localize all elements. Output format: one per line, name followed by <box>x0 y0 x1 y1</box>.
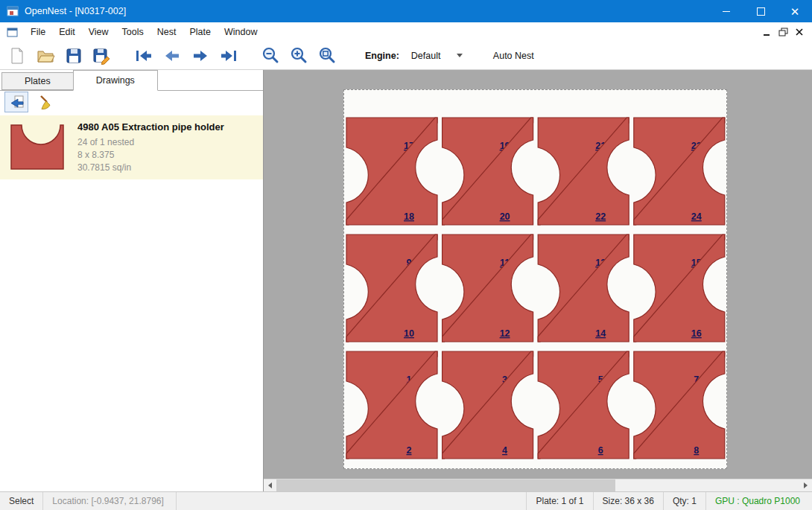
mdi-restore-button[interactable] <box>775 25 791 39</box>
maximize-icon <box>757 7 765 16</box>
engine-value: Default <box>411 51 441 61</box>
zoom-fit-icon <box>318 46 337 65</box>
nav-first-button[interactable] <box>133 45 155 67</box>
zoom-in-icon <box>290 46 308 65</box>
engine-select[interactable]: Default <box>407 48 474 64</box>
close-icon: ✕ <box>790 6 800 17</box>
pair-group: 2122 <box>538 118 629 225</box>
nav-last-button[interactable] <box>218 45 240 67</box>
part-number-label: 2 <box>407 445 412 456</box>
auto-nest-button[interactable]: Auto Nest <box>493 51 534 61</box>
pair-group: 1920 <box>443 118 533 225</box>
close-button[interactable]: ✕ <box>778 0 812 22</box>
part-number-label: 20 <box>500 211 510 222</box>
reload-part-button[interactable] <box>4 92 28 112</box>
part-number-label: 16 <box>691 328 702 339</box>
save-button[interactable] <box>63 45 85 67</box>
menu-tools[interactable]: Tools <box>115 23 150 41</box>
part-number-label: 6 <box>598 445 603 456</box>
menu-window[interactable]: Window <box>218 23 264 41</box>
document-icon[interactable] <box>7 27 19 38</box>
mdi-close-icon <box>795 28 804 36</box>
menu-plate[interactable]: Plate <box>183 23 218 41</box>
part-number-label: 12 <box>500 328 510 339</box>
drawing-title: 4980 A05 Extraction pipe holder <box>77 121 224 133</box>
part-number-label: 14 <box>595 328 606 339</box>
scrollbar-thumb[interactable] <box>276 479 615 491</box>
nav-next-button[interactable] <box>189 45 212 67</box>
sidebar-toolbar <box>0 91 263 113</box>
sidebar: Plates Drawings 4980 A05 Extraction pipe… <box>0 70 264 491</box>
zoom-in-button[interactable] <box>288 45 310 67</box>
menu-view[interactable]: View <box>82 23 115 41</box>
scroll-right-button[interactable] <box>799 479 812 491</box>
pair-group: 56 <box>538 351 629 459</box>
horizontal-scrollbar[interactable] <box>264 479 812 491</box>
part-number-label: 8 <box>694 445 699 456</box>
plate-parts-svg[interactable]: 171819202122232491011121314151612345678 <box>344 90 726 468</box>
mdi-minimize-icon <box>762 28 771 36</box>
menu-nest[interactable]: Nest <box>150 23 183 41</box>
status-size: Size: 36 x 36 <box>593 492 663 510</box>
maximize-button[interactable] <box>743 0 778 22</box>
part-number-label: 4 <box>502 445 507 456</box>
status-gpu: GPU : Quadro P1000 <box>705 492 809 510</box>
open-file-icon <box>37 47 55 65</box>
nav-first-icon <box>134 48 153 64</box>
clear-parts-button[interactable] <box>35 92 57 112</box>
save-edit-icon <box>92 47 112 65</box>
drawing-size: 8 x 8.375 <box>77 149 224 162</box>
pair-group: 1516 <box>634 235 725 342</box>
reload-part-icon <box>8 95 25 109</box>
pair-group: 12 <box>346 351 437 459</box>
minimize-icon <box>723 11 730 12</box>
sidebar-tabstrip: Plates Drawings <box>0 70 263 91</box>
nav-prev-button[interactable] <box>161 45 183 67</box>
app-icon <box>7 5 19 17</box>
mdi-close-button[interactable] <box>791 25 808 39</box>
scroll-left-icon <box>268 482 272 488</box>
plate[interactable]: 171819202122232491011121314151612345678 <box>343 89 727 469</box>
part-number-label: 22 <box>595 211 606 222</box>
zoom-fit-button[interactable] <box>316 45 338 67</box>
pair-group: 1314 <box>538 235 629 342</box>
new-file-icon <box>8 47 26 65</box>
combo-arrow-icon <box>457 54 463 57</box>
status-qty: Qty: 1 <box>663 492 705 510</box>
nav-next-icon <box>191 48 210 64</box>
drawing-list-item[interactable]: 4980 A05 Extraction pipe holder 24 of 1 … <box>0 115 263 179</box>
tab-plates[interactable]: Plates <box>1 72 74 90</box>
pair-group: 2324 <box>634 118 725 225</box>
menu-edit[interactable]: Edit <box>52 23 82 41</box>
window-title: OpenNest - [N0317-002] <box>25 6 126 16</box>
mdi-minimize-button[interactable] <box>758 25 775 39</box>
save-edit-button[interactable] <box>91 45 113 67</box>
status-mode: Select <box>0 492 43 510</box>
zoom-out-button[interactable] <box>259 45 282 67</box>
status-location: Location: [-0.9437, 21.8796] <box>43 492 176 510</box>
main-toolbar: Engine: Default Auto Nest <box>0 42 812 70</box>
clear-parts-icon <box>38 95 54 109</box>
menu-file[interactable]: File <box>24 23 52 41</box>
minimize-button[interactable] <box>709 0 743 22</box>
engine-label: Engine: <box>365 51 399 61</box>
pair-group: 34 <box>443 351 533 459</box>
open-button[interactable] <box>34 45 57 67</box>
pair-group: 910 <box>346 235 437 342</box>
drawing-area: 30.7815 sq/in <box>77 162 224 174</box>
new-button[interactable] <box>6 45 28 67</box>
nav-prev-icon <box>162 48 182 64</box>
pair-group: 78 <box>634 351 725 459</box>
tab-drawings[interactable]: Drawings <box>73 70 158 91</box>
drawing-nested-count: 24 of 1 nested <box>77 136 224 149</box>
app-window: OpenNest - [N0317-002] ✕ File Edit View … <box>0 0 812 510</box>
nest-canvas[interactable]: 171819202122232491011121314151612345678 <box>264 70 812 479</box>
status-bar: Select Location: [-0.9437, 21.8796] Plat… <box>0 491 812 510</box>
scroll-left-button[interactable] <box>264 479 276 491</box>
part-thumbnail <box>6 121 67 174</box>
part-number-label: 24 <box>691 211 702 222</box>
save-icon <box>65 47 83 65</box>
pair-group: 1718 <box>346 118 437 225</box>
part-number-label: 18 <box>404 211 414 222</box>
status-plate: Plate: 1 of 1 <box>526 492 592 510</box>
